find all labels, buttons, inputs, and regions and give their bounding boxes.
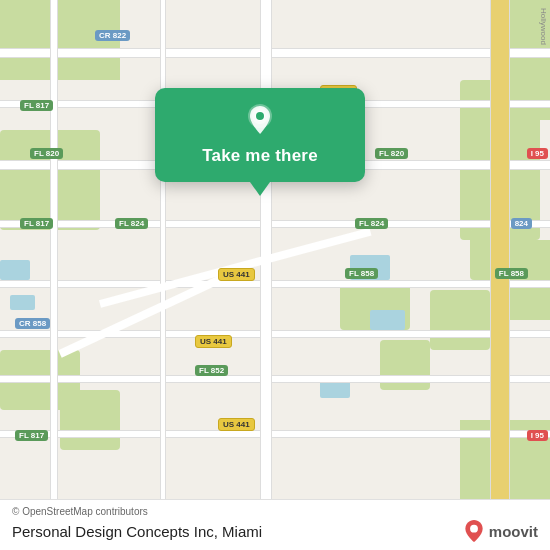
blue-area-2 [10,295,35,310]
take-me-there-button[interactable]: Take me there [202,146,318,166]
badge-fl817-bot: FL 817 [15,430,48,441]
blue-area-4 [370,310,405,330]
badge-fl858-right: FL 858 [495,268,528,279]
blue-area-1 [0,260,30,280]
badge-us441-mid: US 441 [218,268,255,281]
badge-fl824-right: FL 824 [355,218,388,229]
badge-fl820-left: FL 820 [30,148,63,159]
moovit-text: moovit [489,523,538,540]
location-pin-icon [242,102,278,138]
popup-card: Take me there [155,88,365,182]
badge-fl820-right: FL 820 [375,148,408,159]
place-name: Personal Design Concepts Inc, Miami [12,523,262,540]
moovit-logo: moovit [463,520,538,542]
map-container: CR 822 US 441 FL 817 FL 820 FL 820 FL 81… [0,0,550,550]
road-h8 [0,430,550,438]
badge-us441-bot: US 441 [195,335,232,348]
moovit-pin-icon [463,520,485,542]
road-v-fl817 [50,0,58,550]
badge-fl817-mid: FL 817 [20,218,53,229]
badge-us441-bot2: US 441 [218,418,255,431]
badge-i95-top: I 95 [527,148,548,159]
place-info: Personal Design Concepts Inc, Miami moov… [12,520,538,542]
road-v-us441 [260,0,272,550]
road-h6 [0,330,550,338]
road-h4 [0,220,550,228]
green-area-11 [60,390,120,450]
svg-point-4 [470,525,478,533]
badge-fl858-left: FL 858 [345,268,378,279]
green-area-7 [430,290,490,350]
badge-fl817-top: FL 817 [20,100,53,111]
badge-fl852: FL 852 [195,365,228,376]
bottom-bar: © OpenStreetMap contributors Personal De… [0,499,550,550]
road-h7 [0,375,550,383]
road-h1 [0,48,550,58]
svg-point-3 [256,112,264,120]
road-v-3 [160,0,166,550]
badge-i95-bot: I 95 [527,430,548,441]
badge-cr858: CR 858 [15,318,50,329]
hollywood-label: Hollywood [539,8,548,45]
road-h5 [0,280,550,288]
map-attribution: © OpenStreetMap contributors [12,506,538,517]
badge-fl824-left: FL 824 [115,218,148,229]
badge-824: 824 [511,218,532,229]
badge-cr822: CR 822 [95,30,130,41]
